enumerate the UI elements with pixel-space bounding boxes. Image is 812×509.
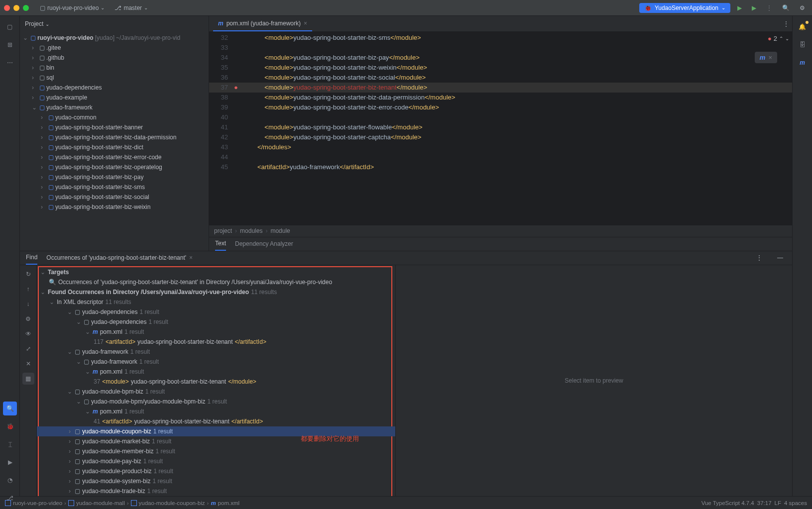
tree-item[interactable]: ›▢ yudao-spring-boot-starter-biz-pay	[20, 172, 209, 182]
tree-item[interactable]: ›▢ yudao-spring-boot-starter-banner	[20, 122, 209, 132]
run-button[interactable]: ▶	[734, 3, 745, 12]
more-actions-icon[interactable]: ⋮	[763, 3, 775, 12]
rerun-icon[interactable]: ↻	[22, 268, 34, 280]
close-window-button[interactable]	[4, 5, 10, 11]
tree-item[interactable]: ›▢ yudao-spring-boot-starter-biz-sms	[20, 182, 209, 192]
find-result-row[interactable]: ⌄▢ yudao-dependencies 1 result	[37, 307, 395, 317]
nav-up-icon[interactable]: ↑	[22, 283, 34, 295]
tree-item[interactable]: ›▢ yudao-example	[20, 93, 209, 102]
breadcrumb-item[interactable]: module	[270, 227, 290, 234]
find-result-row[interactable]: ⌄▢ yudao-framework 1 result	[37, 347, 395, 357]
code-line[interactable]: 35 <module>yudao-spring-boot-starter-biz…	[209, 63, 792, 73]
find-result-row[interactable]: 117 <artifactId>yudao-spring-boot-starte…	[37, 337, 395, 347]
minimize-window-button[interactable]	[13, 5, 19, 11]
find-result-row[interactable]: 🔍 Occurrences of 'yudao-spring-boot-star…	[37, 277, 395, 287]
debug-button[interactable]: ▶	[749, 3, 759, 12]
find-result-row[interactable]: 37 <module>yudao-spring-boot-starter-biz…	[37, 377, 395, 387]
navbar-breadcrumb[interactable]: ruoyi-vue-pro-video› yudao-module-mall› …	[5, 500, 239, 506]
code-line[interactable]: 32 <module>yudao-spring-boot-starter-biz…	[209, 33, 792, 43]
tree-item[interactable]: ›▢ bin	[20, 63, 209, 73]
code-line[interactable]: 37● <module>yudao-spring-boot-starter-bi…	[209, 83, 792, 93]
tree-item[interactable]: ›▢ yudao-spring-boot-starter-biz-weixin	[20, 202, 209, 212]
find-result-row[interactable]: ›▢ yudao-module-pay-biz 1 result	[37, 456, 395, 466]
maven-icon[interactable]: m	[796, 56, 810, 70]
close-icon[interactable]: ×	[189, 254, 193, 261]
tree-item[interactable]: ›▢ yudao-common	[20, 112, 209, 122]
tree-item[interactable]: ›▢ yudao-spring-boot-starter-biz-operate…	[20, 162, 209, 172]
find-result-row[interactable]: ⌄Found Occurrences in Directory /Users/y…	[37, 287, 395, 297]
more-tool-button[interactable]: ⋯	[3, 56, 17, 70]
find-result-row[interactable]: ⌄m pom.xml 1 result	[37, 327, 395, 337]
project-tree[interactable]: ⌄▢ ruoyi-vue-pro-video [yudao] ~/Java/ru…	[20, 32, 209, 251]
sb-line-sep[interactable]: LF	[775, 500, 781, 506]
tree-item[interactable]: ›▢ yudao-spring-boot-starter-biz-error-c…	[20, 152, 209, 162]
project-tool-button[interactable]: ▢	[3, 20, 17, 34]
sub-tab-text[interactable]: Text	[215, 237, 226, 251]
navbar-item[interactable]: yudao-module-mall	[68, 500, 125, 506]
vcs-tool-button[interactable]: ⎇	[3, 491, 17, 496]
database-icon[interactable]: 🗄	[796, 38, 810, 52]
editor-more-icon[interactable]: ⋮	[780, 19, 792, 28]
vcs-branch[interactable]: ⎇ master ⌄	[112, 3, 151, 12]
find-result-row[interactable]: ⌄m pom.xml 1 result	[37, 367, 395, 377]
maximize-window-button[interactable]	[23, 5, 29, 11]
project-root-row[interactable]: ⌄▢ ruoyi-vue-pro-video [yudao] ~/Java/ru…	[20, 33, 209, 43]
breadcrumb-item[interactable]: project	[214, 227, 232, 234]
chevron-down-icon[interactable]: ⌄	[785, 36, 789, 41]
code-line[interactable]: 41 <module>yudao-spring-boot-starter-flo…	[209, 122, 792, 132]
code-line[interactable]: 45 <artifactId>yudao-framework</artifact…	[209, 162, 792, 172]
services-tool-button[interactable]: ◔	[3, 473, 17, 487]
find-tool-button[interactable]: 🔍	[3, 402, 17, 415]
file-navigator[interactable]: m ×	[755, 52, 777, 63]
find-tab[interactable]: Find	[26, 251, 37, 265]
project-selector[interactable]: ▢ ruoyi-vue-pro-video ⌄	[37, 3, 108, 12]
run-tool-button[interactable]: ▶	[3, 455, 17, 469]
sb-indent[interactable]: 4 spaces	[784, 500, 807, 506]
settings-icon[interactable]: ⚙	[797, 3, 808, 12]
preview-icon[interactable]: 👁	[22, 328, 34, 340]
find-result-row[interactable]: ⌄▢ yudao-framework 1 result	[37, 357, 395, 367]
notifications-icon[interactable]: 🔔	[796, 20, 810, 34]
find-result-row[interactable]: ⌄m pom.xml 1 result	[37, 407, 395, 416]
find-minimize-icon[interactable]: —	[774, 253, 786, 262]
inspection-widget[interactable]: ● 2 ⌃ ⌄	[768, 35, 789, 42]
find-result-row[interactable]: ⌄▢ yudao-module-bpm/yudao-module-bpm-biz…	[37, 397, 395, 407]
sb-caret-pos[interactable]: 37:17	[757, 500, 772, 506]
code-line[interactable]: 33	[209, 43, 792, 53]
tree-item[interactable]: ⌄▢ yudao-framework	[20, 102, 209, 112]
editor[interactable]: 32 <module>yudao-spring-boot-starter-biz…	[209, 32, 792, 225]
code-line[interactable]: 40	[209, 112, 792, 122]
code-line[interactable]: 36 <module>yudao-spring-boot-starter-biz…	[209, 73, 792, 83]
remove-icon[interactable]: ✕	[22, 358, 34, 370]
find-more-icon[interactable]: ⋮	[753, 253, 765, 262]
find-result-row[interactable]: ›▢ yudao-module-member-biz 1 result	[37, 446, 395, 456]
close-icon[interactable]: ×	[768, 54, 772, 61]
find-result-row[interactable]: 41 <artifactId>yudao-spring-boot-starter…	[37, 416, 395, 426]
editor-breadcrumb[interactable]: project›modules›module	[209, 225, 792, 237]
code-line[interactable]: 42 <module>yudao-spring-boot-starter-cap…	[209, 132, 792, 142]
breadcrumb-item[interactable]: modules	[240, 227, 262, 234]
tree-item[interactable]: ›▢ yudao-spring-boot-starter-biz-social	[20, 192, 209, 202]
tree-item[interactable]: ›▢ yudao-spring-boot-starter-biz-dict	[20, 142, 209, 152]
find-occurrences-tab[interactable]: Occurrences of 'yudao-spring-boot-starte…	[46, 254, 193, 261]
settings-icon[interactable]: ⚙	[22, 313, 34, 325]
project-panel-header[interactable]: Project ⌄	[20, 16, 209, 32]
close-tab-icon[interactable]: ×	[304, 20, 307, 27]
code-line[interactable]: 39 <module>yudao-spring-boot-starter-biz…	[209, 102, 792, 112]
tree-item[interactable]: ›▢ .gitee	[20, 43, 209, 53]
find-result-row[interactable]: ›▢ yudao-module-system-biz 1 result	[37, 476, 395, 486]
sub-tab-dependency-analyzer[interactable]: Dependency Analyzer	[235, 237, 293, 251]
expand-icon[interactable]: ⤢	[22, 343, 34, 355]
tree-item[interactable]: ›▢ yudao-dependencies	[20, 83, 209, 93]
navbar-item[interactable]: m pom.xml	[211, 500, 239, 506]
editor-tab-pom[interactable]: m pom.xml (yudao-framework) ×	[213, 16, 312, 31]
find-result-row[interactable]: ⌄▢ yudao-dependencies 1 result	[37, 317, 395, 327]
navbar-item[interactable]: yudao-module-coupon-biz	[131, 500, 205, 506]
find-result-row[interactable]: ⌄Targets	[37, 267, 395, 277]
terminal-tool-button[interactable]: ⌶	[3, 437, 17, 451]
tree-item[interactable]: ›▢ yudao-spring-boot-starter-biz-data-pe…	[20, 132, 209, 142]
code-line[interactable]: 38 <module>yudao-spring-boot-starter-biz…	[209, 93, 792, 102]
code-line[interactable]: 34 <module>yudao-spring-boot-starter-biz…	[209, 53, 792, 63]
tree-item[interactable]: ›▢ sql	[20, 73, 209, 83]
structure-tool-button[interactable]: ⊞	[3, 38, 17, 52]
